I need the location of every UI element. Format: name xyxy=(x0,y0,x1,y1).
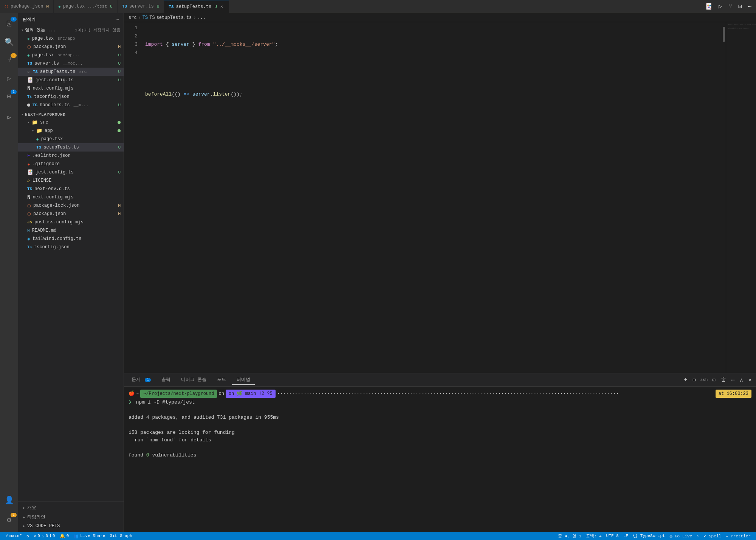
tree-package-lock[interactable]: ⬡ package-lock.json M xyxy=(18,201,124,210)
tree-next-env[interactable]: TS next-env.d.ts xyxy=(18,185,124,193)
tree-readme[interactable]: M README.md xyxy=(18,226,124,235)
jest-run-icon[interactable]: 🃏 xyxy=(703,1,714,12)
open-file-page-tsx-2[interactable]: ◈ page.tsx src/ap... U xyxy=(18,51,124,59)
tab-package-json[interactable]: ⬡ package.json M xyxy=(0,0,54,13)
terminal-tabs: 문제 1 출력 디버그 콘솔 포트 터미널 xyxy=(124,373,756,387)
vertical-scrollbar-thumb[interactable] xyxy=(723,27,725,42)
tree-eslint[interactable]: E .eslintrc.json xyxy=(18,152,124,160)
tab-name: page.tsx xyxy=(63,4,85,9)
status-language[interactable]: {} TypeScript xyxy=(631,532,668,540)
open-file-next-config[interactable]: N next.config.mjs xyxy=(18,84,124,93)
tree-license[interactable]: ⚖ LICENSE xyxy=(18,176,124,185)
tab-debug-console[interactable]: 디버그 콘솔 xyxy=(177,375,211,385)
tab-setup-tests[interactable]: TS setupTests.ts U ✕ xyxy=(164,0,229,13)
status-spell[interactable]: ✓ Spell xyxy=(702,532,723,540)
more-terminal-icon[interactable]: ⋯ xyxy=(730,376,736,384)
terminal-output-4: 158 packages are looking for funding xyxy=(129,429,751,436)
terminal-content[interactable]: 🍎 ~ ~/Projects/next-playground on on 🌿 m… xyxy=(124,387,756,532)
source-control-icon[interactable]: ⑂ xyxy=(727,2,734,11)
vuln-count: 0 xyxy=(146,452,149,458)
tab-page-tsx[interactable]: ◈ page.tsx .../test U xyxy=(54,0,118,13)
tree-tsconfig[interactable]: Ts tsconfig.json xyxy=(18,243,124,251)
activity-search[interactable]: 🔍 xyxy=(0,33,18,51)
close-terminal-icon[interactable]: ✕ xyxy=(747,376,753,384)
explorer-badge: 1 xyxy=(11,17,17,22)
open-file-server-ts[interactable]: TS server.ts __moc... U xyxy=(18,59,124,68)
code-content[interactable]: import { server } from "../__mocks__/ser… xyxy=(141,22,722,373)
tree-app[interactable]: ▾ 📁 app xyxy=(18,127,124,135)
status-spaces[interactable]: 공백: 4 xyxy=(584,532,604,540)
folder-name: src xyxy=(40,120,48,125)
status-branch[interactable]: ⑂ main* xyxy=(3,532,24,540)
tree-setup-tests[interactable]: TS setupTests.ts U xyxy=(18,143,124,152)
vertical-scrollbar-track[interactable] xyxy=(722,22,726,373)
tab-terminal[interactable]: 터미널 xyxy=(232,375,255,385)
sidebar-timeline[interactable]: ▶ 타임라인 xyxy=(18,512,124,522)
tab-badge-m: M xyxy=(46,4,49,9)
status-encoding[interactable]: UTF-8 xyxy=(604,532,621,540)
layout-icon[interactable]: ⊡ xyxy=(737,1,744,12)
green-dot-src xyxy=(118,121,121,124)
new-terminal-icon[interactable]: + xyxy=(683,376,689,384)
tab-problems[interactable]: 문제 1 xyxy=(127,375,155,385)
tree-page-tsx[interactable]: ◈ page.tsx xyxy=(18,135,124,143)
debug-label: 디버그 콘솔 xyxy=(181,377,206,382)
ts-handlers-icon: TS xyxy=(33,103,37,107)
tree-jest-config[interactable]: 🃏 jest.config.ts U xyxy=(18,168,124,176)
json-pkg-icon: ⬡ xyxy=(27,212,31,217)
minimap: import { server } from "../__mocks__/ser… xyxy=(726,22,756,373)
activity-explorer[interactable]: ⎘ 1 xyxy=(0,15,18,33)
activity-run[interactable]: ▷ xyxy=(0,69,18,87)
tab-ports[interactable]: 포트 xyxy=(212,375,231,385)
tab-close-button[interactable]: ✕ xyxy=(219,3,224,10)
prettier-label: ✦ Prettier xyxy=(726,534,751,538)
activity-account[interactable]: 👤 xyxy=(0,491,18,509)
tsx-file-icon: ◈ xyxy=(27,36,30,41)
activity-settings[interactable]: ⚙ 1 xyxy=(0,511,18,529)
terminal-output-5: run `npm fund` for details xyxy=(129,436,751,444)
activity-remote[interactable]: ⊳ xyxy=(0,108,18,127)
project-header[interactable]: ▾ NEXT-PLAYGROUND xyxy=(18,111,124,118)
tab-server-ts[interactable]: TS server.ts U xyxy=(118,0,164,13)
status-lightning[interactable]: ⚡ xyxy=(694,532,702,540)
status-eol[interactable]: LF xyxy=(621,532,631,540)
open-file-jest-config[interactable]: 🃏 jest.config.ts U xyxy=(18,76,124,84)
tree-gitignore[interactable]: ⬥ .gitignore xyxy=(18,160,124,168)
tree-next-config[interactable]: N next.config.mjs xyxy=(18,193,124,201)
open-file-tsconfig[interactable]: Ts tsconfig.json xyxy=(18,93,124,101)
tree-postcss[interactable]: JS postcss.config.mjs xyxy=(18,218,124,226)
open-file-handlers[interactable]: TS handlers.ts __m... U xyxy=(18,101,124,109)
status-golive[interactable]: ◎ Go Live xyxy=(668,532,694,540)
code-editor[interactable]: 1 2 3 4 import { server } from "../__m xyxy=(124,22,756,373)
tree-src[interactable]: ▾ 📁 src xyxy=(18,118,124,127)
close-file-icon[interactable]: ✕ xyxy=(27,70,30,74)
split-terminal-icon[interactable]: ⊟ xyxy=(691,376,697,384)
status-errors[interactable]: ✕ 0 ⚠ 0 ℹ 0 xyxy=(31,532,57,540)
sidebar-more-icon[interactable]: ⋯ xyxy=(116,16,119,23)
tree-package-json[interactable]: ⬡ package.json M xyxy=(18,210,124,218)
open-file-page-tsx[interactable]: ◈ page.tsx src/app xyxy=(18,34,124,43)
maximize-terminal-icon[interactable]: ∧ xyxy=(738,376,744,384)
activity-extensions[interactable]: ⊞ 1 xyxy=(0,87,18,105)
tab-output[interactable]: 출력 xyxy=(157,375,175,385)
tree-tailwind[interactable]: ◈ tailwind.config.ts xyxy=(18,235,124,243)
terminal-layout-icon[interactable]: ⊡ xyxy=(711,376,717,384)
activity-source-control[interactable]: ⑂ 8 xyxy=(0,51,18,69)
more-actions-icon[interactable]: ⋯ xyxy=(746,1,753,12)
status-gitgraph[interactable]: Git Graph xyxy=(107,532,134,540)
status-bell[interactable]: 🔔 0 xyxy=(57,532,71,540)
run-debug-icon[interactable]: ▷ xyxy=(717,1,724,12)
file-name: LICENSE xyxy=(33,178,51,183)
sidebar-outline[interactable]: ▶ 개요 xyxy=(18,503,124,512)
open-files-header[interactable]: ▾ 열려 있는 ... 1이(가) 저장되지 않음 xyxy=(18,26,124,34)
status-sync[interactable]: ↻ xyxy=(24,532,31,540)
badge-u3: U xyxy=(118,70,121,74)
kill-terminal-icon[interactable]: 🗑 xyxy=(719,376,728,384)
status-liveshare[interactable]: 👥 Live Share xyxy=(71,532,107,540)
sidebar-pets[interactable]: ▶ VS CODE PETS xyxy=(18,522,124,530)
terminal-output-7: found 0 vulnerabilities xyxy=(129,452,751,459)
status-cursor[interactable]: 줄 4, 열 1 xyxy=(556,532,584,540)
open-file-setup-tests[interactable]: ✕ TS setupTests.ts src U xyxy=(18,68,124,76)
open-file-package-json[interactable]: ⬡ package.json M xyxy=(18,43,124,51)
status-prettier[interactable]: ✦ Prettier xyxy=(723,532,753,540)
